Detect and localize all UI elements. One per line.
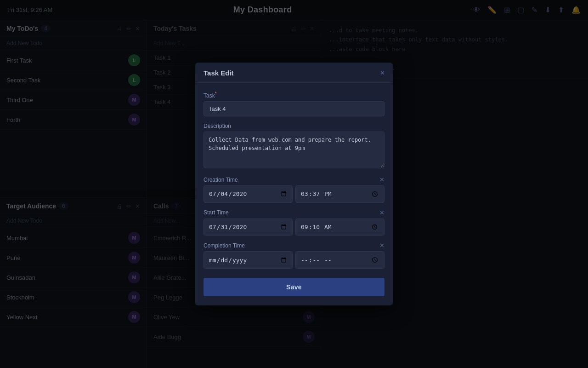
modal-overlay[interactable]: Task Edit × Task* Description Collect Da… (0, 0, 588, 368)
task-input[interactable] (204, 101, 384, 116)
creation-date-input[interactable] (204, 185, 293, 203)
completion-time-label: Completion Time (204, 242, 245, 249)
start-time-clear[interactable]: ✕ (379, 209, 384, 216)
description-label: Description (204, 123, 384, 129)
completion-date-input[interactable] (204, 251, 293, 269)
description-textarea[interactable]: Collect Data from web.com and prepare th… (204, 132, 384, 168)
task-field-group: Task* (204, 91, 384, 116)
modal-close-button[interactable]: × (380, 69, 384, 77)
description-field-group: Description Collect Data from web.com an… (204, 123, 384, 170)
task-label: Task* (204, 91, 384, 99)
completion-time-clear[interactable]: ✕ (379, 242, 384, 249)
start-date-input[interactable] (204, 218, 293, 236)
start-time-input[interactable] (295, 218, 384, 236)
completion-time-group: Completion Time ✕ (204, 242, 384, 269)
creation-time-clear[interactable]: ✕ (379, 176, 384, 183)
start-time-label: Start Time (204, 209, 229, 216)
creation-time-input[interactable] (295, 185, 384, 203)
modal-title: Task Edit (204, 69, 234, 77)
modal-header: Task Edit × (195, 63, 393, 83)
task-edit-modal: Task Edit × Task* Description Collect Da… (195, 63, 393, 305)
modal-body: Task* Description Collect Data from web.… (195, 83, 393, 305)
completion-time-input[interactable] (295, 251, 384, 269)
creation-time-group: Creation Time ✕ (204, 176, 384, 203)
save-button[interactable]: Save (204, 278, 384, 296)
start-time-group: Start Time ✕ (204, 209, 384, 236)
creation-time-label: Creation Time (204, 177, 238, 183)
